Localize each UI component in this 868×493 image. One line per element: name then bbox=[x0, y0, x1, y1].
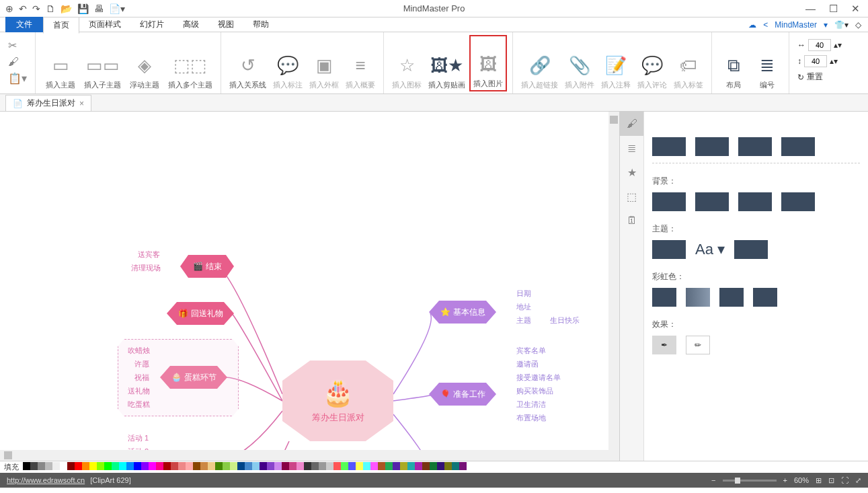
insert-relation-button[interactable]: ↺插入关系线 bbox=[227, 35, 269, 91]
chevron-down-icon[interactable]: ▾ bbox=[824, 20, 828, 30]
insert-image-button[interactable]: 🖼插入图片 bbox=[469, 35, 507, 91]
leaf[interactable]: 活动 1 bbox=[128, 433, 149, 443]
leaf[interactable]: 许愿 bbox=[134, 359, 149, 369]
numbering-button[interactable]: ≣编号 bbox=[751, 35, 783, 91]
share-icon[interactable]: < bbox=[763, 20, 768, 30]
close-tab-icon[interactable]: × bbox=[79, 99, 84, 108]
status-url[interactable]: http://www.edrawsoft.cn bbox=[7, 476, 85, 484]
cut-icon[interactable]: ✂ bbox=[8, 39, 27, 52]
topic-gift[interactable]: 🎁回送礼物 bbox=[167, 302, 234, 325]
central-topic[interactable]: 🎂 筹办生日派对 bbox=[282, 361, 393, 441]
width-input[interactable] bbox=[808, 39, 831, 51]
topic-end[interactable]: 🎬结束 bbox=[180, 255, 234, 278]
bg-opt-3[interactable] bbox=[738, 192, 772, 211]
topic-prep[interactable]: 🎈准备工作 bbox=[429, 383, 496, 406]
bg-opt-4[interactable] bbox=[781, 192, 815, 211]
insert-clipart-button[interactable]: 🖼★插入剪贴画 bbox=[426, 35, 468, 91]
topic-info[interactable]: ⭐基本信息 bbox=[429, 301, 496, 324]
leaf[interactable]: 卫生清洁 bbox=[516, 400, 546, 410]
rainbow-opt-2[interactable] bbox=[686, 288, 710, 307]
brand-link[interactable]: MindMaster bbox=[775, 20, 817, 30]
expand-icon[interactable]: ⤢ bbox=[855, 476, 861, 485]
leaf[interactable]: 日期 bbox=[516, 289, 531, 299]
theme-opt-1[interactable] bbox=[652, 240, 686, 259]
minimize-button[interactable]: — bbox=[805, 3, 816, 15]
collapse-ribbon-icon[interactable]: ◇ bbox=[855, 20, 861, 30]
layout-opt-3[interactable] bbox=[738, 137, 772, 156]
zoom-out-icon[interactable]: − bbox=[711, 476, 715, 484]
canvas[interactable]: 🎂 筹办生日派对 🎬结束 送宾客 清理现场 🎁回送礼物 🧁蛋糕环节 吹蜡烛 许愿… bbox=[0, 112, 619, 461]
leaf[interactable]: 吃蛋糕 bbox=[128, 400, 150, 410]
side-tab-icons[interactable]: ★ bbox=[620, 160, 643, 184]
format-painter-icon[interactable]: 🖌 bbox=[8, 56, 27, 68]
open-icon[interactable]: 📂 bbox=[61, 3, 72, 14]
floating-topic-button[interactable]: ◈浮动主题 bbox=[125, 35, 164, 91]
leaf[interactable]: 送礼物 bbox=[128, 386, 150, 396]
cloud-icon[interactable]: ☁ bbox=[748, 20, 756, 30]
insert-attachment-button[interactable]: 📎插入附件 bbox=[562, 35, 597, 91]
layout-opt-1[interactable] bbox=[652, 137, 686, 156]
insert-note-button[interactable]: 📝插入注释 bbox=[598, 35, 633, 91]
leaf[interactable]: 生日快乐 bbox=[550, 315, 580, 326]
reset-button[interactable]: ↻重置 bbox=[797, 71, 842, 83]
insert-comment-button[interactable]: 💬插入评论 bbox=[635, 35, 670, 91]
layout-opt-2[interactable] bbox=[695, 137, 729, 156]
rainbow-opt-4[interactable] bbox=[753, 288, 777, 307]
bg-opt-2[interactable] bbox=[695, 192, 729, 211]
tab-slideshow[interactable]: 幻灯片 bbox=[130, 17, 173, 32]
insert-tag-button[interactable]: 🏷插入标签 bbox=[671, 35, 706, 91]
shirt-icon[interactable]: 👕▾ bbox=[834, 20, 849, 30]
paste-icon[interactable]: 📋▾ bbox=[8, 72, 27, 85]
insert-multi-topic-button[interactable]: ⬚⬚插入多个主题 bbox=[165, 35, 215, 91]
save-icon[interactable]: 💾 bbox=[77, 3, 89, 14]
insert-hyperlink-button[interactable]: 🔗插入超链接 bbox=[518, 35, 561, 91]
new-icon[interactable]: 🗋 bbox=[46, 3, 55, 14]
tab-home[interactable]: 首页 bbox=[43, 17, 79, 34]
zoom-in-icon[interactable]: + bbox=[783, 476, 787, 484]
leaf[interactable]: 送宾客 bbox=[138, 250, 160, 260]
document-tab[interactable]: 📄 筹办生日派对 × bbox=[5, 95, 91, 111]
insert-callout-button[interactable]: 💬插入标注 bbox=[270, 35, 305, 91]
side-tab-clipart[interactable]: ⬚ bbox=[620, 184, 643, 208]
color-swatches[interactable] bbox=[23, 462, 467, 472]
close-button[interactable]: ✕ bbox=[851, 3, 860, 15]
effect-opt-2[interactable]: ✏ bbox=[686, 336, 710, 354]
side-tab-format[interactable]: 🖌 bbox=[620, 112, 643, 136]
leaf[interactable]: 主题 bbox=[516, 315, 531, 326]
insert-topic-button[interactable]: ▭插入主题 bbox=[41, 35, 80, 91]
leaf[interactable]: 吹蜡烛 bbox=[128, 346, 150, 356]
height-input[interactable] bbox=[804, 55, 827, 67]
leaf[interactable]: 清理现场 bbox=[131, 263, 161, 273]
file-menu[interactable]: 文件 bbox=[5, 17, 43, 32]
leaf[interactable]: 地址 bbox=[516, 302, 531, 312]
leaf[interactable]: 祝福 bbox=[134, 373, 149, 383]
leaf[interactable]: 接受邀请名单 bbox=[516, 373, 561, 383]
insert-boundary-button[interactable]: ▣插入外框 bbox=[307, 35, 342, 91]
leaf[interactable]: 购买装饰品 bbox=[516, 386, 553, 396]
leaf[interactable]: 布置场地 bbox=[516, 413, 546, 423]
leaf[interactable]: 宾客名单 bbox=[516, 346, 546, 356]
layout-button[interactable]: ⧉布局 bbox=[717, 35, 750, 91]
view-mode-3-icon[interactable]: ⛶ bbox=[841, 476, 849, 484]
insert-icon-button[interactable]: ☆插入图标 bbox=[389, 35, 424, 91]
maximize-button[interactable]: ☐ bbox=[829, 3, 838, 15]
bg-opt-1[interactable] bbox=[652, 192, 686, 211]
tab-view[interactable]: 视图 bbox=[208, 17, 243, 32]
tab-page-style[interactable]: 页面样式 bbox=[79, 17, 130, 32]
effect-opt-1[interactable]: ✒ bbox=[652, 336, 676, 354]
redo-icon[interactable]: ↷ bbox=[32, 3, 40, 14]
tab-advanced[interactable]: 高级 bbox=[173, 17, 208, 32]
insert-subtopic-button[interactable]: ▭▭插入子主题 bbox=[81, 35, 124, 91]
insert-summary-button[interactable]: ≡插入概要 bbox=[343, 35, 378, 91]
undo-icon[interactable]: ↶ bbox=[19, 3, 27, 14]
print-icon[interactable]: 🖶 bbox=[94, 3, 104, 14]
export-icon[interactable]: 📄▾ bbox=[109, 3, 125, 14]
rainbow-opt-1[interactable] bbox=[652, 288, 676, 307]
app-icon[interactable]: ⊕ bbox=[5, 3, 13, 14]
view-mode-2-icon[interactable]: ⊡ bbox=[828, 476, 834, 485]
leaf[interactable]: 邀请函 bbox=[516, 359, 539, 369]
side-tab-history[interactable]: 🗓 bbox=[620, 208, 643, 233]
theme-opt-3[interactable] bbox=[734, 240, 768, 259]
view-mode-1-icon[interactable]: ⊞ bbox=[816, 476, 822, 485]
vertical-scrollbar[interactable] bbox=[608, 112, 619, 461]
